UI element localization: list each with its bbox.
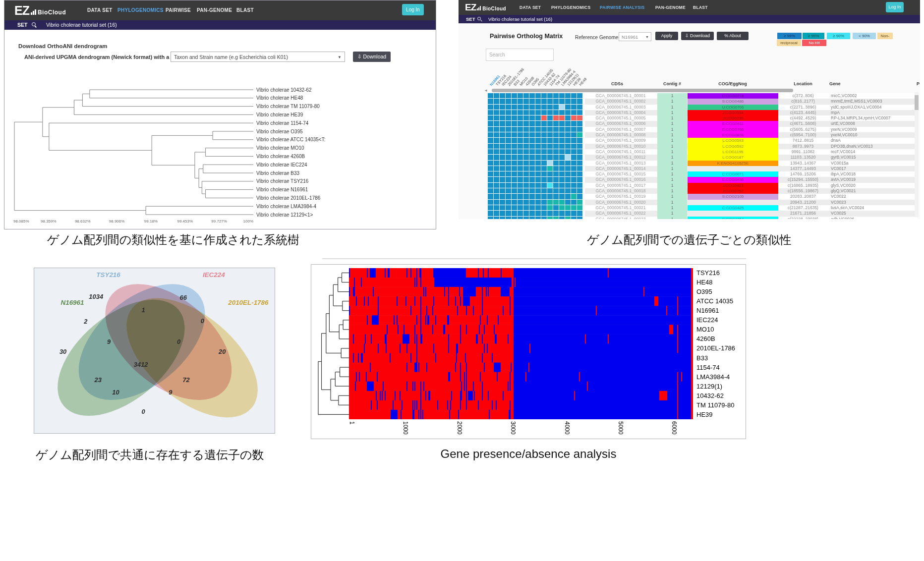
similarity-cell[interactable] [571, 217, 577, 219]
similarity-cell[interactable] [565, 194, 571, 199]
similarity-cell[interactable] [577, 127, 583, 132]
table-row[interactable]: GCA_000006745.1_000071E:COG0765c(5605..6… [488, 127, 917, 132]
similarity-cell[interactable] [518, 194, 523, 199]
about-button[interactable]: % About [717, 32, 749, 40]
similarity-cell[interactable] [512, 121, 518, 126]
similarity-cell[interactable] [518, 99, 523, 104]
table-row[interactable]: GCA_000006745.1_000151C:COG007114769..15… [488, 171, 917, 177]
similarity-cell[interactable] [529, 110, 535, 115]
similarity-cell[interactable] [541, 200, 547, 205]
similarity-cell[interactable] [541, 217, 547, 219]
similarity-cell[interactable] [565, 217, 571, 219]
similarity-cell[interactable] [577, 166, 583, 171]
apply-button[interactable]: Apply [655, 32, 678, 40]
similarity-cell[interactable] [559, 127, 565, 132]
similarity-cell[interactable] [535, 144, 541, 149]
similarity-cell[interactable] [488, 115, 494, 121]
similarity-cell[interactable] [518, 115, 523, 121]
similarity-cell[interactable] [547, 127, 553, 132]
similarity-cell[interactable] [553, 166, 559, 171]
similarity-cell[interactable] [512, 155, 518, 160]
similarity-cell[interactable] [529, 149, 535, 155]
similarity-cell[interactable] [518, 144, 523, 149]
similarity-cell[interactable] [571, 205, 577, 211]
similarity-cell[interactable] [577, 188, 583, 194]
login-button[interactable]: Log In [402, 4, 424, 15]
similarity-cell[interactable] [494, 194, 500, 199]
similarity-cell[interactable] [494, 183, 500, 188]
similarity-cell[interactable] [553, 161, 559, 166]
similarity-cell[interactable] [494, 217, 500, 219]
similarity-cell[interactable] [547, 155, 553, 160]
similarity-cell[interactable] [553, 205, 559, 211]
similarity-cell[interactable] [500, 166, 506, 171]
similarity-cell[interactable] [529, 194, 535, 199]
similarity-cell[interactable] [529, 171, 535, 177]
similarity-cell[interactable] [529, 161, 535, 166]
similarity-cell[interactable] [565, 149, 571, 155]
download-button[interactable]: ⇩ Download [353, 52, 391, 62]
similarity-cell[interactable] [523, 183, 529, 188]
similarity-cell[interactable] [571, 93, 577, 99]
similarity-cell[interactable] [571, 149, 577, 155]
similarity-cell[interactable] [488, 127, 494, 132]
similarity-cell[interactable] [523, 211, 529, 216]
table-row[interactable]: GCA_000006745.1_000091L:COG05937412..881… [488, 138, 917, 143]
similarity-cell[interactable] [488, 99, 494, 104]
similarity-cell[interactable] [553, 93, 559, 99]
similarity-cell[interactable] [535, 166, 541, 171]
similarity-cell[interactable] [535, 177, 541, 182]
vertical-scrollbar-track[interactable] [915, 92, 919, 217]
table-row[interactable]: GCA_000006745.1_00022121671..21856VC0025 [488, 211, 917, 216]
similarity-cell[interactable] [494, 127, 500, 132]
similarity-cell[interactable] [488, 171, 494, 177]
similarity-cell[interactable] [565, 138, 571, 143]
similarity-cell[interactable] [535, 93, 541, 99]
similarity-cell[interactable] [488, 200, 494, 205]
similarity-cell[interactable] [500, 188, 506, 194]
similarity-cell[interactable] [518, 183, 523, 188]
similarity-cell[interactable] [565, 105, 571, 110]
table-row[interactable]: GCA_000006745.1_000181J:COG0752c(18556..… [488, 188, 917, 194]
similarity-cell[interactable] [506, 188, 512, 194]
similarity-cell[interactable] [541, 211, 547, 216]
table-row[interactable]: GCA_000006745.1_000031U:COG0706c(2271..3… [488, 105, 917, 110]
similarity-cell[interactable] [523, 155, 529, 160]
similarity-cell[interactable] [541, 155, 547, 160]
similarity-cell[interactable] [506, 177, 512, 182]
similarity-cell[interactable] [500, 115, 506, 121]
similarity-cell[interactable] [541, 127, 547, 132]
similarity-cell[interactable] [506, 205, 512, 211]
similarity-cell[interactable] [571, 200, 577, 205]
similarity-cell[interactable] [506, 149, 512, 155]
similarity-cell[interactable] [512, 205, 518, 211]
similarity-cell[interactable] [529, 188, 535, 194]
nav-item-phylogenomics[interactable]: PHYLOGENOMICS [117, 0, 164, 20]
similarity-cell[interactable] [565, 183, 571, 188]
table-row[interactable]: GCA_000006745.1_000161E:COG0436c(15294..… [488, 177, 917, 182]
similarity-cell[interactable] [547, 115, 553, 121]
similarity-cell[interactable] [488, 166, 494, 171]
similarity-cell[interactable] [529, 115, 535, 121]
similarity-cell[interactable] [577, 99, 583, 104]
similarity-cell[interactable] [547, 211, 553, 216]
similarity-cell[interactable] [512, 149, 518, 155]
similarity-cell[interactable] [535, 188, 541, 194]
similarity-cell[interactable] [506, 105, 512, 110]
similarity-cell[interactable] [518, 149, 523, 155]
similarity-cell[interactable] [571, 177, 577, 182]
similarity-cell[interactable] [506, 171, 512, 177]
similarity-cell[interactable] [518, 121, 523, 126]
similarity-cell[interactable] [541, 166, 547, 171]
login-button[interactable]: Log In [886, 2, 904, 12]
similarity-cell[interactable] [577, 155, 583, 160]
similarity-cell[interactable] [553, 105, 559, 110]
similarity-cell[interactable] [488, 93, 494, 99]
similarity-cell[interactable] [494, 99, 500, 104]
similarity-cell[interactable] [547, 132, 553, 138]
similarity-cell[interactable] [535, 194, 541, 199]
similarity-cell[interactable] [571, 211, 577, 216]
similarity-cell[interactable] [559, 105, 565, 110]
similarity-cell[interactable] [523, 166, 529, 171]
similarity-cell[interactable] [553, 177, 559, 182]
